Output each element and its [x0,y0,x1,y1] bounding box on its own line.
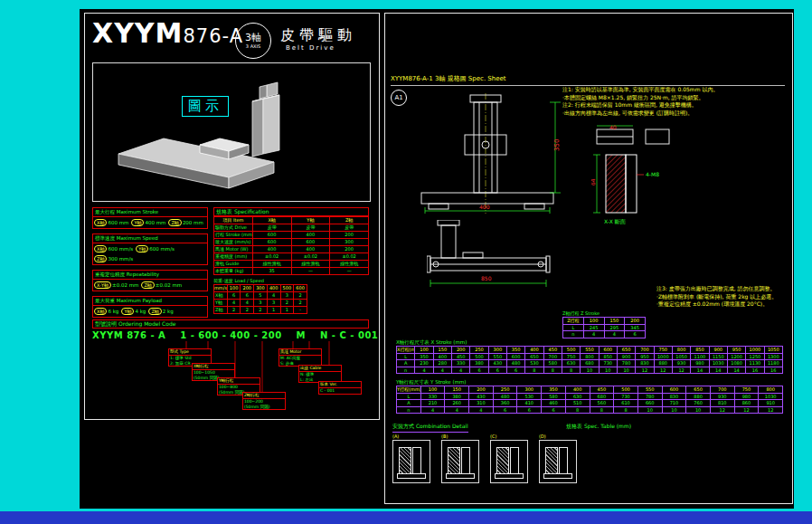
note-line: 注1: 安裝時請以基準面為準, 安裝面平面度需在 0.05mm 以內。 [562,86,788,94]
base-plate [495,473,524,479]
left-sheet: XYYM876-A 3軸 3 AXIS 皮帶驅動 Belt Drive 圖示 [84,13,380,420]
drawing-canvas: XYYM876-A 3軸 3 AXIS 皮帶驅動 Belt Drive 圖示 [80,9,794,509]
section-width-dim: 40 [609,124,617,130]
order-legend-box: Z軸行程 100~200 (50mm 間隔) [242,392,286,410]
ordering-title: 型號說明 Ordering Model Code [92,319,369,329]
x-stroke-table: X行程(mm)100150200250300350400450500550600… [396,346,783,374]
base-plate [446,473,475,479]
combination-detail-title: 安裝方式 Combination Detail [392,423,468,433]
note-line: ·重複定位精度 ±0.02mm (環境溫度 20°C)。 [656,300,788,309]
repeatability-group: 重複定位精度 Repeatability X·Y軸±0.02 mmZ軸±0.02… [92,270,208,291]
sheet-header: XYYM876-A-1 3軸 規格圖 Spec. Sheet [391,75,785,86]
axis-value: 200 mm [183,220,203,225]
load-speed-table: mm/s100200300400500600X軸665432Y軸443322Z軸… [213,284,307,314]
axis-value: 600 mm/s [149,246,175,252]
axis-tag: Z軸 [141,281,154,289]
combination-detail-tag: (A) [392,433,430,440]
combination-detail-drawing [441,440,479,483]
right-sheet: XYYM876-A-1 3軸 規格圖 Spec. Sheet A1 注1: 安裝… [384,13,793,504]
series-name: XYYM [92,17,183,49]
sheet-badge: A1 [391,90,407,106]
base-plate [543,473,572,479]
illustration-label: 圖示 [182,96,229,117]
side-view-drawing: 850 [427,220,553,291]
combination-detail-tag: (C) [490,433,528,440]
drive-type-label: 皮帶驅動 [280,26,356,45]
axis-count-badge: 3軸 3 AXIS [235,23,271,59]
axis-tag: Z軸 [94,255,107,262]
order-legend-box: 出線 Cable N: 標準 L: 左出 [298,365,342,383]
front-height-dim: 350 [553,139,561,151]
hatch-section [399,447,411,474]
order-legend-rows: 100~200 (50mm 間隔) [243,399,285,409]
order-legend-title: 馬達 Motor [279,349,321,356]
axis-tag: Y軸 [131,219,144,226]
axis-tag: Z軸 [148,308,161,315]
section-hole-callout: 4-M8 [646,171,659,177]
hatch-section [496,447,509,474]
section-height-dim: 64 [591,178,596,186]
bottom-bar [0,511,812,524]
axis-value: 300 mm/s [108,256,133,262]
profile-section [412,447,421,474]
side-length-dim: 850 [481,275,492,281]
order-legend-box: 馬達 Motor M: AC伺服 S: 步進 [279,348,322,367]
combination-detail-drawing [539,440,577,483]
page-title: XYYM876-A [92,17,243,49]
notes-top: 注1: 安裝時請以基準面為準, 安裝面平面度需在 0.05mm 以內。·本體固定… [562,86,788,117]
combination-detail-item: (A) [392,433,430,483]
hatch-section [448,447,460,474]
axis-tag: X軸 [94,219,107,226]
axis-value: 600 mm/s [108,246,133,252]
front-width-dim: 400 [479,204,490,210]
axis-tag: X軸 [94,308,107,315]
order-legend-title: X軸行程 [193,364,234,370]
combination-detail-tag: (B) [441,433,479,440]
note-line: ·出線方向標準為左出線, 可依需求變更 (訂購時註明)。 [562,110,788,118]
section-label: X-X 斷面 [604,218,626,225]
axis-value: ±0.02 mm [156,282,182,288]
note-line: 注2: 行程末端請保留 10mm 緩衝區間, 避免撞擊機構。 [562,101,788,110]
order-legend-title: 出線 Cable [299,366,341,372]
profile-section [461,447,470,474]
ordering-code: XYYM 876 - A 1 - 600 - 400 - 200 M N - C… [92,330,369,340]
load-speed-table-block: 荷重-速度 Load / Speed mm/s10020030040050060… [213,278,307,314]
axis-tag: Z軸 [168,219,181,226]
axis-tag: X軸 [94,245,107,252]
combination-detail-drawing [392,440,430,483]
drive-type-label-en: Belt Drive [286,44,335,52]
isometric-illustration [93,63,370,199]
axis-value: 6 kg [108,309,118,314]
max-stroke-group: 最大行程 Maximum Stroke X軸600 mmY軸400 mmZ軸20… [92,207,208,229]
front-view-drawing: 350 400 [418,93,571,215]
section-detail-drawing: 40 64 4-M8 X-X 斷面 [591,124,732,228]
max-speed-group: 標準速度 Maximum Speed X軸600 mm/sY軸600 mm/sZ… [92,233,208,265]
axis-value: 400 mm [145,220,165,225]
ordering-legend: 型式 Type 1: 標準 Std 2: 無塵 CR X軸行程 100~1050… [92,341,369,415]
x-stroke-table-block: X軸行程尺寸表 X Stroke (mm) X行程(mm)10015020025… [396,339,783,374]
profile-section [510,447,519,474]
key-spec-groups: 最大行程 Maximum Stroke X軸600 mmY軸400 mmZ軸20… [92,207,208,322]
axis-value: 600 mm [108,220,128,225]
combination-detail-item: (D) [539,433,577,483]
axis-tag: X·Y軸 [94,281,111,289]
model-number: 876-A [183,25,243,47]
y-stroke-table-block: Y軸行程尺寸表 Y Stroke (mm) Y行程(mm)10015020025… [396,379,783,414]
hatch-section [545,447,558,474]
note-line: ·Z軸標準附剎車 (斷電保持), 荷重 2kg 以上必選。 [656,293,788,301]
order-legend-title: Y軸行程 [218,378,260,385]
base-plate [397,473,426,479]
order-legend-rows: C - 001 [319,388,361,394]
notes-mid: 注3: 皮帶張力出廠時已調整完成, 請勿任意調整。·Z軸標準附剎車 (斷電保持)… [656,285,788,309]
combination-detail-tag: (D) [539,433,577,440]
axis-tag: Y軸 [136,245,148,252]
axis-value: 2 kg [163,309,174,314]
order-legend-title: 版本 Ver. [319,382,361,388]
axis-tag: Y軸 [121,308,134,315]
dims-note: 規格表 Spec. Table (mm) [566,423,631,431]
combination-detail-drawing [490,440,528,483]
z-stroke-table-block: Z軸行程 Z Stroke Z行程100150200L245295345n446 [562,310,646,338]
note-line: 注3: 皮帶張力出廠時已調整完成, 請勿任意調整。 [656,285,788,293]
specification-table: 項目 ItemX軸Y軸Z軸驅動方式 Drive皮帶皮帶皮帶行程 Stroke (… [213,216,369,275]
order-legend-title: Z軸行程 [243,393,285,399]
